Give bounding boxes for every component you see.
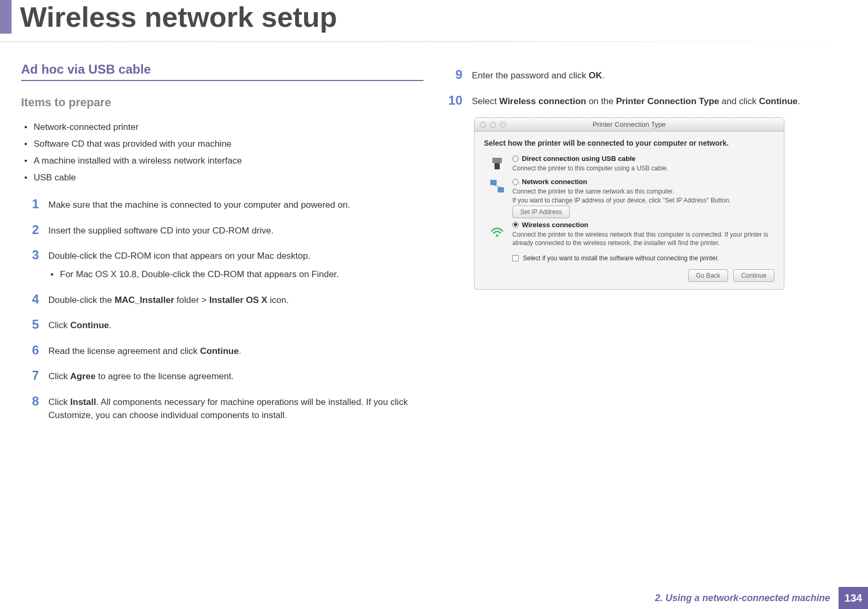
left-column: Ad hoc via USB cable Items to prepare Ne… [21,62,423,427]
radio-network[interactable] [512,179,519,185]
step-text: Click Continue. [48,317,112,332]
title-accent-block [0,0,12,34]
sub-heading: Items to prepare [21,96,423,109]
radio-usb[interactable] [512,156,519,162]
t: . [239,346,241,356]
option-wireless[interactable]: Wireless connection Connect the printer … [488,221,774,247]
installer-screenshot: Printer Connection Type Select how the p… [474,117,784,290]
step-text: Double-click the CD-ROM icon that appear… [48,248,339,281]
t: Click [48,397,70,407]
step-text: Click Install. All components necessary … [48,394,423,422]
step-text: Read the license agreement and click Con… [48,343,241,358]
step-number: 4 [21,292,39,307]
list-item: USB cable [21,169,423,186]
step-number: 1 [21,197,39,212]
list-item: Network-connected printer [21,119,423,136]
step-item: 3 Double-click the CD-ROM icon that appe… [21,242,423,286]
t: Click [48,371,70,381]
t: to agree to the license agreement. [96,371,234,381]
step-text: Insert the supplied software CD into you… [48,222,274,238]
step-item: 9 Enter the password and click OK. [445,62,847,88]
window-body: Select how the printer will be connected… [475,131,784,289]
svg-rect-0 [492,158,502,163]
set-ip-row: Set IP Address [484,208,774,216]
t: Read the license agreement and click [48,346,200,356]
page-number: 134 [839,587,868,609]
step-item: 7 Click Agree to agree to the license ag… [21,363,423,389]
step-item: 8 Click Install. All components necessar… [21,389,423,427]
step-number: 6 [21,343,39,358]
right-column: 9 Enter the password and click OK. 10 Se… [445,62,847,427]
step-item: 1 Make sure that the machine is connecte… [21,191,423,217]
option-desc: Connect the printer to the wireless netw… [512,230,774,247]
continue-button[interactable]: Continue [733,269,774,282]
list-item: A machine installed with a wireless netw… [21,153,423,169]
step-item: 2 Insert the supplied software CD into y… [21,217,423,243]
step-number: 8 [21,394,39,422]
wifi-icon [488,221,506,239]
option-desc: Connect the printer to the same network … [512,187,774,204]
step-item: 4 Double-click the MAC_Installer folder … [21,287,423,312]
steps-left: 1 Make sure that the machine is connecte… [21,191,423,427]
t: OK [589,70,602,80]
svg-rect-3 [498,187,504,192]
t: Agree [70,371,96,381]
svg-rect-2 [490,180,497,185]
prompt-text: Select how the printer will be connected… [484,139,774,147]
t: MAC_Installer [115,295,174,305]
checkbox[interactable] [512,255,519,261]
t: Wireless connection [499,96,586,106]
title-bar: Wireless network setup [0,0,868,47]
t: Enter the password and click [472,70,589,80]
section-heading: Ad hoc via USB cable [21,62,423,81]
step-text: Make sure that the machine is connected … [48,197,350,212]
option-label: Wireless connection [522,221,588,229]
step-number: 7 [21,368,39,383]
step-number: 3 [21,248,39,281]
step-number: 5 [21,317,39,332]
t: and click [719,96,759,106]
svg-line-4 [493,185,501,187]
step-item: 5 Click Continue. [21,312,423,338]
step-number: 2 [21,222,39,238]
step-text: Click Agree to agree to the license agre… [48,368,234,383]
t: . [798,96,800,106]
t: Continue [70,320,109,330]
step-text: Enter the password and click OK. [472,67,604,83]
t: Select [472,96,499,106]
t: Printer Connection Type [616,96,719,106]
title-underline [0,41,868,42]
set-ip-button[interactable]: Set IP Address [512,206,570,218]
option-label: Direct connection using USB cable [522,155,635,163]
option-network[interactable]: Network connection Connect the printer t… [488,178,774,204]
list-item: Software CD that was provided with your … [21,136,423,153]
dialog-button-row: Go Back Continue [484,269,774,282]
window-title: Printer Connection Type [475,120,784,128]
go-back-button[interactable]: Go Back [688,269,728,282]
checkbox-label: Select if you want to install the softwa… [523,255,719,262]
option-desc: Connect the printer to this computer usi… [512,164,774,172]
t: Double-click the [48,295,115,305]
page-footer: 2. Using a network-connected machine 134 [0,587,868,609]
install-without-printer-row[interactable]: Select if you want to install the softwa… [512,255,774,262]
t: folder > [174,295,209,305]
option-label: Network connection [522,178,587,186]
t: Continue [759,96,798,106]
prepare-list: Network-connected printer Software CD th… [21,119,423,186]
network-icon [488,178,506,196]
window-titlebar: Printer Connection Type [475,118,784,131]
option-usb[interactable]: Direct connection using USB cable Connec… [488,155,774,172]
content-columns: Ad hoc via USB cable Items to prepare Ne… [0,47,868,427]
steps-right: 9 Enter the password and click OK. 10 Se… [445,62,847,113]
t: Click [48,320,70,330]
step-item: 10 Select Wireless connection on the Pri… [445,88,847,114]
radio-wireless[interactable] [512,221,519,228]
step-text-main: Double-click the CD-ROM icon that appear… [48,251,310,261]
t: Install [70,397,96,407]
page-title: Wireless network setup [0,0,868,34]
t: . [602,70,605,80]
step-sub-bullet: For Mac OS X 10.8, Double-click the CD-R… [48,268,339,281]
t: Installer OS X [209,295,268,305]
svg-rect-1 [494,163,500,169]
t: icon. [267,295,289,305]
